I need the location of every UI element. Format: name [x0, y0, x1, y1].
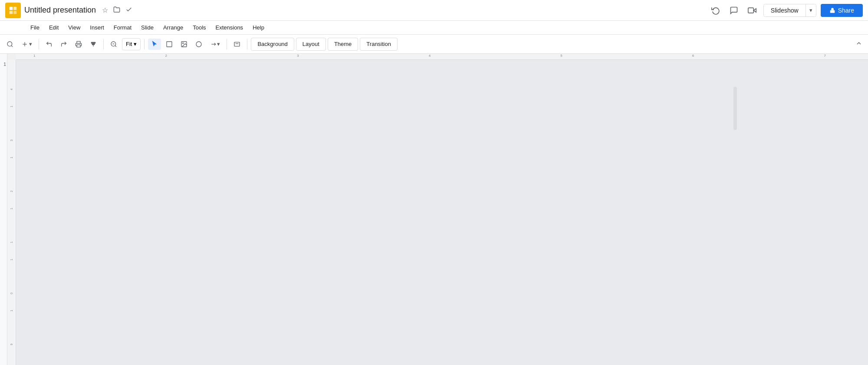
select-button[interactable]	[163, 39, 176, 50]
line-button[interactable]: ▾	[207, 39, 223, 50]
menu-extensions[interactable]: Extensions	[211, 23, 248, 33]
slideshow-button-group: Slideshow ▾	[763, 4, 816, 17]
svg-rect-0	[10, 7, 13, 10]
share-button[interactable]: Share	[821, 4, 863, 17]
theme-button[interactable]: Theme	[328, 38, 358, 51]
separator-1	[39, 39, 39, 49]
main-area: 1 ⬛ MagicSlides Presentations in seconds…	[0, 54, 868, 365]
cloud-save-icon[interactable]	[125, 6, 132, 15]
canvas-main[interactable]: MagicSlides Presentations in seconds Try…	[16, 60, 868, 365]
menu-tools[interactable]: Tools	[188, 23, 210, 33]
separator-2	[103, 39, 104, 49]
meet-button[interactable]	[745, 3, 759, 17]
history-button[interactable]	[709, 3, 723, 17]
menu-arrange[interactable]: Arrange	[159, 23, 187, 33]
topbar: Untitled presentation ☆ Slideshow ▾ Shar…	[0, 0, 868, 21]
horizontal-ruler: // Inline ruler ticks 1 2 3 4 5 6 7 8 9 …	[16, 54, 868, 60]
toolbar: ▾ Fit ▾ ▾	[0, 35, 868, 54]
zoom-out-button[interactable]	[107, 39, 120, 50]
canvas-with-ruler: // Inline ruler ticks 1 2 3 4 5 6 7 8 9 …	[7, 54, 868, 365]
toolbar-right	[853, 38, 865, 50]
svg-rect-15	[167, 42, 172, 47]
text-box-button[interactable]	[230, 39, 243, 50]
menu-help[interactable]: Help	[248, 23, 269, 33]
print-button[interactable]	[72, 39, 85, 50]
svg-marker-4	[753, 8, 756, 12]
paint-format-button[interactable]	[87, 39, 100, 50]
undo-button[interactable]	[43, 39, 56, 50]
add-slide-button[interactable]: ▾	[18, 39, 35, 50]
document-title[interactable]: Untitled presentation	[24, 6, 96, 15]
app-icon	[5, 3, 21, 18]
slides-panel: 1 ⬛ MagicSlides Presentations in seconds…	[0, 54, 7, 365]
svg-line-13	[115, 46, 116, 47]
zoom-control[interactable]: Fit ▾	[122, 38, 141, 50]
separator-5	[247, 39, 247, 49]
canvas-row: 1 2 3 4 5 6 7 8 9 10 11 12 13 14 MagicSl…	[7, 60, 868, 365]
collapse-toolbar-button[interactable]	[853, 38, 865, 50]
search-button[interactable]	[3, 39, 16, 50]
menu-format[interactable]: Format	[109, 23, 136, 33]
slide-number-1: 1	[3, 58, 6, 67]
comments-button[interactable]	[727, 3, 741, 17]
menu-slide[interactable]: Slide	[137, 23, 158, 33]
vertical-ruler: 1 2 3 4 5 6 7 8 9 10 11 12 13 14	[7, 60, 16, 365]
redo-button[interactable]	[57, 39, 70, 50]
svg-rect-6	[830, 10, 835, 13]
image-button[interactable]	[178, 39, 191, 50]
svg-rect-20	[234, 42, 240, 46]
svg-rect-2	[10, 10, 13, 13]
svg-point-7	[7, 42, 12, 46]
svg-rect-5	[748, 8, 754, 13]
shapes-button[interactable]	[192, 39, 205, 50]
svg-rect-11	[77, 45, 80, 47]
menu-edit[interactable]: Edit	[45, 23, 63, 33]
layout-button[interactable]: Layout	[296, 38, 326, 51]
menubar: File Edit View Insert Format Slide Arran…	[0, 21, 868, 35]
menu-view[interactable]: View	[64, 23, 85, 33]
background-button[interactable]: Background	[251, 38, 294, 51]
svg-rect-1	[13, 7, 16, 10]
svg-point-18	[196, 42, 201, 47]
star-icon[interactable]: ☆	[102, 6, 108, 14]
cursor-button[interactable]	[148, 39, 161, 50]
svg-line-8	[11, 46, 13, 47]
svg-rect-3	[13, 10, 16, 13]
folder-icon[interactable]	[113, 6, 120, 15]
zoom-label: Fit	[126, 41, 132, 47]
menu-insert[interactable]: Insert	[85, 23, 108, 33]
menu-file[interactable]: File	[26, 23, 44, 33]
slideshow-button[interactable]: Slideshow	[764, 4, 806, 16]
svg-point-17	[183, 42, 184, 43]
transition-button[interactable]: Transition	[360, 38, 398, 51]
topbar-right: Slideshow ▾ Share	[709, 3, 863, 17]
separator-4	[227, 39, 227, 49]
slideshow-dropdown-button[interactable]: ▾	[806, 4, 816, 16]
separator-3	[144, 39, 145, 49]
